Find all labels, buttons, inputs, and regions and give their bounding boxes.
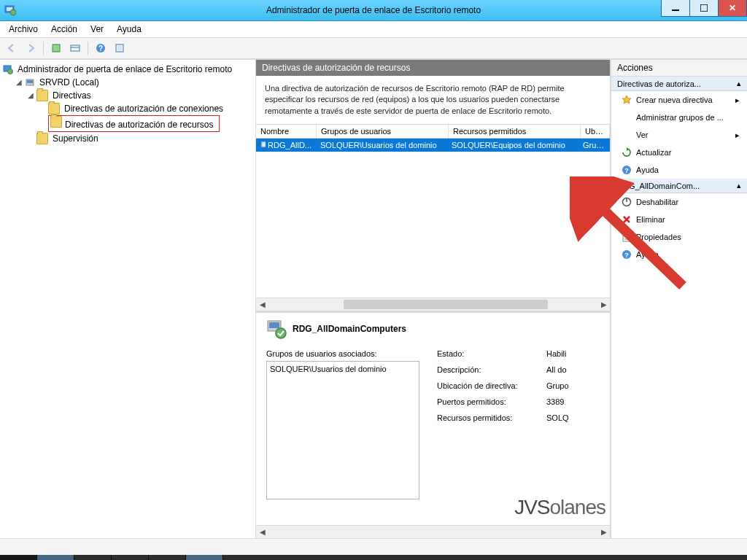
actions-header: Acciones bbox=[611, 60, 747, 77]
col-grupos[interactable]: Grupos de usuarios bbox=[317, 125, 449, 138]
action-deshabilitar[interactable]: Deshabilitar bbox=[611, 193, 747, 211]
folder-icon bbox=[36, 133, 48, 144]
col-recursos[interactable]: Recursos permitidos bbox=[449, 125, 581, 138]
action-eliminar[interactable]: Eliminar bbox=[611, 211, 747, 228]
task-rd-gateway[interactable] bbox=[186, 555, 223, 560]
collapse-icon: ▴ bbox=[737, 79, 741, 88]
svg-point-2 bbox=[10, 9, 16, 15]
app-icon bbox=[4, 4, 16, 16]
disable-icon bbox=[622, 197, 632, 207]
scroll-right-icon: ▶ bbox=[597, 526, 610, 538]
svg-rect-16 bbox=[261, 141, 266, 147]
svg-point-20 bbox=[276, 328, 286, 338]
prop-puertos-label: Puertos permitidos: bbox=[437, 397, 546, 406]
prop-recursos-label: Recursos permitidos: bbox=[437, 413, 546, 422]
properties-icon bbox=[622, 232, 632, 242]
taskbar: 11:17 28/02/2015 bbox=[0, 555, 747, 560]
new-star-icon bbox=[622, 95, 632, 105]
action-ayuda2[interactable]: ? Ayuda bbox=[611, 246, 747, 263]
delete-icon bbox=[622, 214, 632, 225]
start-button[interactable] bbox=[0, 555, 37, 560]
main-header: Directivas de autorización de recursos bbox=[256, 60, 610, 76]
statusbar bbox=[0, 538, 747, 555]
menu-accion[interactable]: Acción bbox=[45, 23, 83, 36]
group-label: Grupos de usuarios asociados: bbox=[266, 349, 419, 358]
task-server-manager[interactable] bbox=[37, 555, 74, 560]
folder-icon bbox=[50, 116, 62, 128]
window-title: Administrador de puerta de enlace de Esc… bbox=[266, 5, 481, 15]
actions-pane: Acciones Directivas de autoriza...▴ Crea… bbox=[611, 60, 747, 538]
tree-dir-conexiones[interactable]: Directivas de autorización de conexiones bbox=[38, 102, 254, 115]
action-administrar-grupos[interactable]: Administrar grupos de ... bbox=[611, 109, 747, 126]
refresh-icon bbox=[622, 147, 632, 158]
tool-new-button[interactable] bbox=[47, 39, 65, 57]
menu-archivo[interactable]: Archivo bbox=[3, 23, 44, 36]
scroll-left-icon: ◀ bbox=[256, 526, 268, 538]
tool-help-button[interactable]: ? bbox=[92, 39, 109, 57]
nav-back-button bbox=[3, 39, 20, 57]
task-powershell[interactable] bbox=[74, 555, 112, 560]
tree-directivas[interactable]: ◢Directivas bbox=[26, 89, 254, 102]
action-ver[interactable]: Ver▸ bbox=[611, 126, 747, 144]
svg-rect-11 bbox=[117, 46, 122, 50]
folder-icon bbox=[48, 103, 60, 114]
col-nombre[interactable]: Nombre bbox=[256, 125, 317, 138]
tree-supervision[interactable]: Supervisión bbox=[26, 132, 254, 145]
prop-puertos-value: 3389 bbox=[546, 397, 564, 406]
tool-view-button[interactable] bbox=[66, 39, 84, 57]
menu-ver[interactable]: Ver bbox=[85, 23, 109, 36]
prop-ubic-value: Grupo bbox=[546, 381, 569, 390]
list-area: RDG_AllD... SOLQUER\Usuarios del dominio… bbox=[256, 139, 610, 298]
svg-point-13 bbox=[8, 69, 13, 74]
prop-ubic-label: Ubicación de directiva: bbox=[437, 381, 546, 390]
prop-recursos-value: SOLQ bbox=[546, 413, 569, 422]
main-description: Una directiva de autorización de recurso… bbox=[256, 76, 610, 125]
prop-desc-label: Descripción: bbox=[437, 365, 546, 374]
scroll-thumb bbox=[344, 300, 548, 309]
hscrollbar[interactable]: ◀ ▶ bbox=[256, 298, 610, 311]
actions-group-directivas[interactable]: Directivas de autoriza...▴ bbox=[611, 77, 747, 91]
task-server[interactable] bbox=[149, 555, 186, 560]
table-row[interactable]: RDG_AllD... SOLQUER\Usuarios del dominio… bbox=[256, 139, 610, 152]
svg-rect-3 bbox=[672, 9, 679, 11]
policy-large-icon bbox=[266, 319, 287, 339]
action-propiedades[interactable]: Propiedades bbox=[611, 228, 747, 246]
tree-root[interactable]: Administrador de puerta de enlace de Esc… bbox=[3, 63, 254, 76]
svg-rect-5 bbox=[53, 44, 60, 52]
prop-estado-value: Habili bbox=[546, 349, 567, 358]
titlebar: Administrador de puerta de enlace de Esc… bbox=[0, 0, 747, 21]
task-explorer[interactable] bbox=[112, 555, 149, 560]
folder-icon bbox=[36, 90, 48, 101]
menubar: Archivo Acción Ver Ayuda bbox=[0, 21, 747, 38]
list-item[interactable]: SOLQUER\Usuarios del dominio bbox=[270, 365, 416, 373]
menu-ayuda[interactable]: Ayuda bbox=[111, 23, 147, 36]
policy-icon bbox=[260, 140, 266, 150]
close-button[interactable]: ✕ bbox=[718, 0, 747, 17]
help-icon: ? bbox=[622, 249, 632, 260]
action-crear-directiva[interactable]: Crear nueva directiva▸ bbox=[611, 91, 747, 109]
group-listbox[interactable]: SOLQUER\Usuarios del dominio bbox=[266, 361, 419, 499]
detail-area: RDG_AllDomainComputers Grupos de usuario… bbox=[256, 311, 610, 525]
svg-text:?: ? bbox=[98, 44, 103, 52]
collapse-icon: ▴ bbox=[737, 181, 741, 190]
svg-text:?: ? bbox=[624, 252, 629, 259]
detail-title: RDG_AllDomainComputers bbox=[293, 324, 406, 334]
minimize-button[interactable] bbox=[661, 0, 689, 17]
tree-dir-recursos[interactable]: Directivas de autorización de recursos bbox=[38, 115, 254, 132]
action-actualizar[interactable]: Actualizar bbox=[611, 144, 747, 161]
prop-estado-label: Estado: bbox=[437, 349, 546, 358]
svg-rect-15 bbox=[27, 80, 33, 83]
maximize-button[interactable] bbox=[689, 0, 718, 17]
col-ubicacion[interactable]: Ubicación de bbox=[581, 125, 610, 138]
actions-group-selection[interactable]: RDG_AllDomainCom...▴ bbox=[611, 179, 747, 193]
nav-forward-button bbox=[22, 39, 39, 57]
action-ayuda[interactable]: ? Ayuda bbox=[611, 161, 747, 179]
tree-server[interactable]: ◢ SRVRD (Local) bbox=[15, 76, 254, 89]
svg-rect-19 bbox=[269, 322, 279, 328]
help-icon: ? bbox=[622, 165, 632, 175]
main-pane: Directivas de autorización de recursos U… bbox=[256, 60, 611, 538]
tool-refresh-button[interactable] bbox=[111, 39, 128, 57]
detail-hscrollbar[interactable]: ◀ ▶ bbox=[256, 525, 610, 538]
list-header: Nombre Grupos de usuarios Recursos permi… bbox=[256, 125, 610, 139]
toolbar: ? bbox=[0, 38, 747, 59]
